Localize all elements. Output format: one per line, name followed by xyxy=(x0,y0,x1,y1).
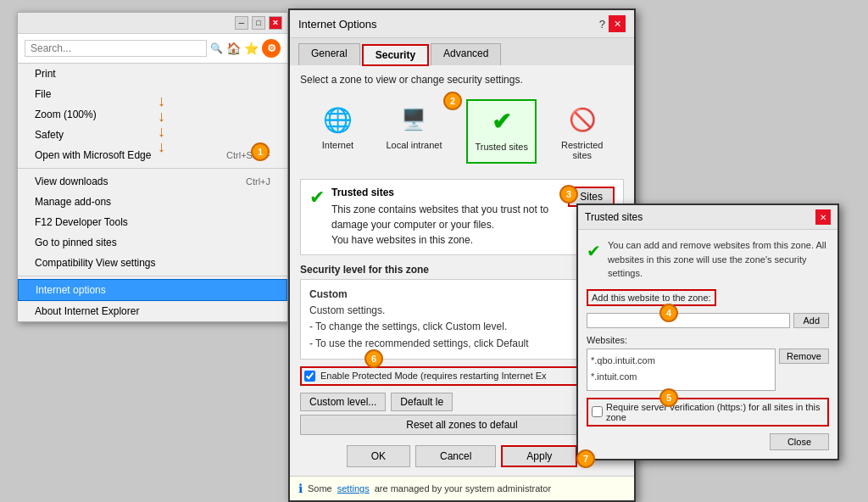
ie-search-bar: 🔍 🏠 ⭐ ⚙ xyxy=(18,34,287,64)
ok-btn[interactable]: OK xyxy=(347,445,410,467)
trusted-icon: ✔ xyxy=(485,104,519,138)
restricted-icon: 🚫 xyxy=(565,103,599,137)
menu-item-internet-options[interactable]: Internet options xyxy=(18,279,287,301)
ts-add-label: Add this website to the zone: xyxy=(587,289,716,306)
step-badge-6: 6 xyxy=(364,349,383,368)
menu-item-addons[interactable]: Manage add-ons xyxy=(18,192,287,212)
zone-label-restricted: Restrictedsites xyxy=(561,140,604,160)
help-icon[interactable]: ? xyxy=(599,18,605,31)
zone-instruction: Select a zone to view or change security… xyxy=(300,74,624,86)
ts-bottom: Close xyxy=(587,433,829,450)
menu-item-about[interactable]: About Internet Explorer xyxy=(18,301,287,321)
custom-level-row: Custom level... Default le xyxy=(300,393,624,411)
info-bar: ℹ Some settings are managed by your syst… xyxy=(290,476,634,500)
custom-level-btn[interactable]: Custom level... xyxy=(300,393,386,411)
default-level-btn[interactable]: Default le xyxy=(391,393,453,411)
zone-desc-text: This zone contains websites that you tru… xyxy=(331,202,561,248)
divider-2 xyxy=(18,276,287,276)
divider-1 xyxy=(18,168,287,169)
panel1-arrow: ↓↓↓↓ xyxy=(158,93,165,154)
menu-item-pinned[interactable]: Go to pinned sites xyxy=(18,232,287,253)
step-badge-3: 3 xyxy=(559,185,578,204)
menu-item-open-edge[interactable]: Open with Microsoft Edge Ctrl+Shift+ xyxy=(18,145,287,165)
tab-advanced[interactable]: Advanced xyxy=(431,43,501,65)
search-input[interactable] xyxy=(25,40,207,57)
protected-mode-checkbox[interactable] xyxy=(304,371,315,382)
website-item-2[interactable]: *.intuit.com xyxy=(591,369,771,386)
menu-item-downloads[interactable]: View downloads Ctrl+J xyxy=(18,171,287,192)
zone-label-trusted: Trusted sites xyxy=(475,142,528,152)
ts-require-checkbox[interactable] xyxy=(592,406,603,417)
info-link[interactable]: settings xyxy=(337,483,370,494)
ts-desc-text: You can add and remove websites from thi… xyxy=(608,238,829,281)
step-badge-1: 1 xyxy=(251,142,270,161)
ts-add-input[interactable] xyxy=(587,313,790,328)
security-level-section: Security level for this zone Custom Cust… xyxy=(300,264,624,360)
dialog-tabs: General Security Advanced xyxy=(290,38,634,65)
menu-item-compat[interactable]: Compatibility View settings xyxy=(18,253,287,273)
ts-add-btn[interactable]: Add xyxy=(793,313,829,328)
info-text: Some xyxy=(308,483,332,494)
ts-close-btn[interactable]: ✕ xyxy=(815,209,831,225)
ts-content: ✔ You can add and remove websites from t… xyxy=(578,230,837,459)
dialog-controls: ? ✕ xyxy=(599,15,626,32)
ts-add-row: Add xyxy=(587,313,829,328)
zone-desc-check-icon: ✔ xyxy=(309,187,325,209)
custom-label: Custom xyxy=(309,287,615,303)
settings-icon-btn[interactable]: ⚙ xyxy=(262,39,281,58)
search-icon: 🔍 xyxy=(210,42,223,54)
ts-remove-btn[interactable]: Remove xyxy=(779,349,829,364)
dialog-close-btn[interactable]: ✕ xyxy=(609,15,626,32)
protected-mode-row: Enable Protected Mode (requires restarti… xyxy=(300,366,624,386)
info-icon: ℹ xyxy=(298,482,303,495)
ts-websites-row: *.qbo.intuit.com *.intuit.com Remove xyxy=(587,349,829,391)
zone-item-trusted[interactable]: ✔ Trusted sites xyxy=(466,99,537,164)
minimize-btn[interactable]: ─ xyxy=(235,16,248,30)
star-icon: ⭐ xyxy=(244,42,259,55)
internet-icon: 🌐 xyxy=(320,103,354,137)
zone-item-internet[interactable]: 🌐 Internet xyxy=(314,99,361,164)
tab-general[interactable]: General xyxy=(298,43,360,65)
ie-title-bar: ─ □ ✕ xyxy=(18,13,287,34)
menu-item-zoom[interactable]: Zoom (100%) xyxy=(18,104,287,125)
zone-item-restricted[interactable]: 🚫 Restrictedsites xyxy=(554,99,610,164)
ts-dialog-title: Trusted sites xyxy=(585,211,643,223)
protected-mode-text: Enable Protected Mode (requires restarti… xyxy=(320,371,547,381)
cancel-btn[interactable]: Cancel xyxy=(415,445,496,467)
ie-menu-panel: ─ □ ✕ 🔍 🏠 ⭐ ⚙ Print File Zoom (100%) Saf… xyxy=(17,12,288,322)
ts-require-label: Require server verification (https:) for… xyxy=(606,402,824,422)
security-level-content: Custom Custom settings.- To change the s… xyxy=(300,279,624,360)
dialog-bottom-buttons: OK Cancel Apply xyxy=(300,445,624,467)
zone-label-intranet: Local intranet xyxy=(386,140,442,150)
step-badge-2: 2 xyxy=(443,92,462,110)
ts-websites-label: Websites: xyxy=(587,335,829,345)
ts-require-row: Require server verification (https:) for… xyxy=(587,398,829,427)
restore-btn[interactable]: □ xyxy=(252,16,265,30)
ts-add-section: Add this website to the zone: Add xyxy=(587,289,829,328)
apply-btn[interactable]: Apply xyxy=(501,445,577,467)
home-icon: 🏠 xyxy=(226,42,241,55)
ts-close-bottom-btn[interactable]: Close xyxy=(770,433,829,450)
intranet-icon: 🖥️ xyxy=(397,103,431,137)
menu-item-safety[interactable]: Safety xyxy=(18,125,287,145)
dialog-title: Internet Options xyxy=(298,18,377,31)
zone-desc-title: Trusted sites xyxy=(331,187,561,198)
zone-label-internet: Internet xyxy=(322,140,353,150)
menu-item-f12[interactable]: F12 Developer Tools xyxy=(18,212,287,232)
zone-icons-row: 🌐 Internet 🖥️ Local intranet ✔ Trusted s… xyxy=(300,94,624,169)
step-badge-5: 5 xyxy=(659,388,678,407)
trusted-sites-dialog: Trusted sites ✕ ✔ You can add and remove… xyxy=(576,204,839,460)
ts-desc: ✔ You can add and remove websites from t… xyxy=(587,238,829,281)
tab-security[interactable]: Security xyxy=(362,44,429,66)
menu-item-file[interactable]: File xyxy=(18,84,287,104)
zone-item-intranet[interactable]: 🖥️ Local intranet xyxy=(379,99,448,164)
menu-item-print[interactable]: Print xyxy=(18,64,287,84)
custom-desc: Custom settings.- To change the settings… xyxy=(309,303,615,352)
ts-title-bar: Trusted sites ✕ xyxy=(578,205,837,230)
close-btn[interactable]: ✕ xyxy=(269,16,282,30)
ts-websites-list[interactable]: *.qbo.intuit.com *.intuit.com xyxy=(587,349,776,391)
reset-all-zones-btn[interactable]: Reset all zones to defaul xyxy=(300,415,624,435)
website-item-1[interactable]: *.qbo.intuit.com xyxy=(591,353,771,370)
zone-desc-right: Trusted sites This zone contains website… xyxy=(331,187,561,248)
security-level-title: Security level for this zone xyxy=(300,264,624,276)
